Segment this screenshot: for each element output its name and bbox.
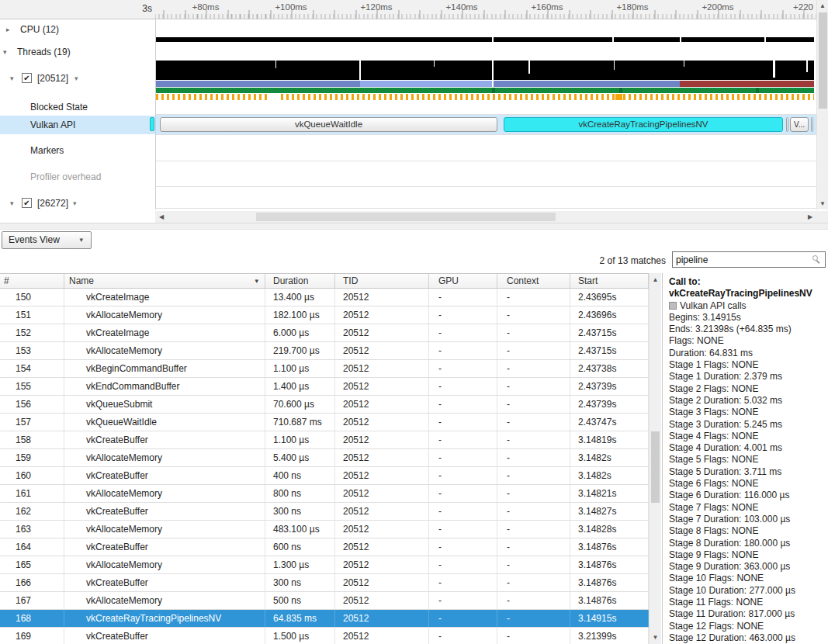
- timeline-tracks[interactable]: vkQueueWaitIdle vkCreateRayTracingPipeli…: [155, 19, 816, 209]
- pane-splitter[interactable]: [0, 223, 828, 230]
- sidebar-item-profiler-overhead[interactable]: Profiler overhead: [0, 168, 155, 185]
- scroll-left-icon[interactable]: ◀: [157, 213, 166, 220]
- sidebar-item-thread-20512[interactable]: ▾ ✔ [20512] ▾ .sb-item[data-name="sideba…: [0, 70, 155, 87]
- cell-id: 169: [0, 628, 64, 644]
- expander-expanded-icon[interactable]: ▾: [3, 43, 7, 61]
- cell-gpu: -: [429, 467, 497, 484]
- column-header-duration[interactable]: Duration: [265, 274, 335, 288]
- table-row[interactable]: 168vkCreateRayTracingPipelinesNV64.835 m…: [0, 610, 649, 628]
- table-row[interactable]: 163vkAllocateMemory483.100 µs20512--3.14…: [0, 521, 649, 538]
- cell-name: vkCreateBuffer: [64, 574, 265, 591]
- event-bar-tiny[interactable]: [811, 117, 813, 132]
- expander-expanded-icon[interactable]: ▾: [10, 195, 14, 212]
- cell-duration: 1.100 µs: [265, 360, 335, 377]
- cell-gpu: -: [429, 378, 497, 395]
- details-line: Stage 10 Flags: NONE: [669, 573, 826, 584]
- thread-menu-caret-icon[interactable]: ▾: [73, 195, 77, 212]
- column-header-name[interactable]: Name▾: [64, 274, 265, 288]
- expander-expanded-icon[interactable]: ▾: [10, 70, 14, 87]
- scroll-right-icon[interactable]: ▶: [805, 213, 815, 220]
- table-row[interactable]: 152vkCreateImage6.000 µs20512--2.43715s: [0, 324, 649, 342]
- cell-context: -: [497, 449, 570, 466]
- event-bar-vkqueuewaitidle[interactable]: vkQueueWaitIdle: [160, 117, 497, 132]
- search-icon[interactable]: [812, 255, 822, 265]
- cell-start: 3.21399s: [570, 628, 649, 644]
- column-header-start[interactable]: Start: [570, 274, 649, 288]
- cell-id: 151: [0, 306, 64, 324]
- table-row[interactable]: 151vkAllocateMemory182.100 µs20512--2.43…: [0, 306, 649, 324]
- column-header-index[interactable]: #: [0, 274, 64, 288]
- table-row[interactable]: 158vkCreateBuffer1.100 µs20512--3.14819s: [0, 431, 649, 449]
- table-row[interactable]: 154vkBeginCommandBuffer1.100 µs20512--2.…: [0, 360, 649, 378]
- sidebar-item-cpu[interactable]: ▸ CPU (12): [0, 21, 155, 38]
- search-box[interactable]: [672, 251, 826, 268]
- table-row[interactable]: 150vkCreateImage13.400 µs20512--2.43695s: [0, 289, 649, 306]
- table-row[interactable]: 157vkQueueWaitIdle710.687 ms20512--2.437…: [0, 414, 649, 431]
- thread-checkbox[interactable]: ✔: [22, 73, 32, 83]
- sidebar-item-thread-26272[interactable]: ▾ ✔ [26272] ▾: [0, 195, 155, 212]
- cell-duration: 400 ns: [265, 467, 335, 484]
- cell-name: vkAllocateMemory: [64, 592, 265, 609]
- cell-id: 157: [0, 414, 64, 431]
- cell-tid: 20512: [335, 449, 429, 466]
- cell-context: -: [497, 521, 570, 538]
- cell-duration: 800 ns: [265, 485, 335, 502]
- sidebar-item-threads[interactable]: ▾ Threads (19): [0, 43, 155, 61]
- scroll-down-icon[interactable]: ▼: [650, 634, 661, 641]
- cell-id: 152: [0, 324, 64, 341]
- table-row[interactable]: 162vkCreateBuffer300 ns20512--3.14827s: [0, 503, 649, 521]
- column-header-tid[interactable]: TID: [335, 274, 429, 288]
- table-row[interactable]: 169vkCreateBuffer1.500 µs20512--3.21399s: [0, 628, 649, 644]
- cell-name: vkAllocateMemory: [64, 521, 265, 538]
- column-header-label: Name: [69, 275, 94, 286]
- table-row[interactable]: 155vkEndCommandBuffer1.400 µs20512--2.43…: [0, 378, 649, 396]
- profiler-window: 3s +80ms+100ms+120ms+140ms+160ms+180ms+2…: [0, 0, 828, 644]
- table-row[interactable]: 160vkCreateBuffer400 ns20512--3.1482s: [0, 467, 649, 485]
- cell-start: 3.14876s: [570, 574, 649, 591]
- event-bar-tiny[interactable]: [786, 117, 788, 132]
- timeline-vertical-scrollbar[interactable]: ▲ ▼: [816, 0, 828, 209]
- details-line: Stage 9 Duration: 363.000 µs: [669, 561, 826, 573]
- cell-start: 2.43739s: [570, 378, 649, 395]
- details-line: Stage 12 Flags: NONE: [669, 621, 826, 632]
- table-vertical-scrollbar[interactable]: ▲ ▼: [649, 273, 661, 644]
- cell-context: -: [497, 289, 570, 306]
- table-row[interactable]: 165vkAllocateMemory1.300 µs20512--3.1487…: [0, 556, 649, 574]
- cell-id: 156: [0, 396, 64, 413]
- thread-checkbox[interactable]: ✔: [22, 198, 32, 208]
- timeline-origin-label: 3s: [0, 3, 152, 14]
- cell-id: 168: [0, 610, 64, 627]
- scrollbar-thumb[interactable]: [651, 431, 660, 503]
- event-bar-collapsed[interactable]: V...: [790, 117, 809, 132]
- thread-menu-caret-icon[interactable]: ▾: [74, 70, 78, 87]
- search-input[interactable]: [673, 252, 814, 267]
- column-header-gpu[interactable]: GPU: [429, 274, 497, 288]
- scroll-down-icon[interactable]: ▼: [817, 200, 828, 207]
- table-row[interactable]: 164vkCreateBuffer600 ns20512--3.14876s: [0, 538, 649, 556]
- cell-start: 2.43739s: [570, 396, 649, 413]
- cell-name: vkCreateBuffer: [64, 628, 265, 644]
- table-row[interactable]: 167vkAllocateMemory500 ns20512--3.14876s: [0, 592, 649, 610]
- column-header-context[interactable]: Context: [497, 274, 570, 288]
- details-line: Stage 3 Duration: 5.245 ms: [669, 419, 826, 431]
- table-row[interactable]: 153vkAllocateMemory219.700 µs20512--2.43…: [0, 342, 649, 360]
- table-row[interactable]: 156vkQueueSubmit70.600 µs20512--2.43739s: [0, 396, 649, 414]
- scroll-up-icon[interactable]: ▲: [817, 2, 828, 9]
- events-view-dropdown[interactable]: Events View ▾: [2, 231, 92, 249]
- timeline-horizontal-scrollbar[interactable]: ◀ ▶: [155, 211, 816, 223]
- table-row[interactable]: 159vkAllocateMemory5.400 µs20512--3.1482…: [0, 449, 649, 467]
- details-line: Stage 11 Flags: NONE: [669, 597, 826, 608]
- scroll-up-icon[interactable]: ▲: [650, 276, 661, 283]
- sidebar-item-markers[interactable]: Markers: [0, 142, 155, 159]
- scrollbar-thumb[interactable]: [256, 213, 556, 221]
- table-row[interactable]: 161vkAllocateMemory800 ns20512--3.14821s: [0, 485, 649, 503]
- table-row[interactable]: 166vkCreateBuffer300 ns20512--3.14876s: [0, 574, 649, 592]
- scrollbar-thumb[interactable]: [819, 12, 827, 109]
- sidebar-item-vulkan-api[interactable]: Vulkan API: [0, 116, 155, 134]
- expander-collapsed-icon[interactable]: ▸: [6, 21, 10, 38]
- sidebar-item-blocked-state[interactable]: Blocked State: [0, 99, 155, 116]
- thread-state-ribbon: [156, 81, 814, 87]
- cell-gpu: -: [429, 396, 497, 413]
- event-bar-vkcreateraytracingpipelinesnv-selected[interactable]: vkCreateRayTracingPipelinesNV: [504, 117, 783, 132]
- events-view-label: Events View: [9, 234, 60, 245]
